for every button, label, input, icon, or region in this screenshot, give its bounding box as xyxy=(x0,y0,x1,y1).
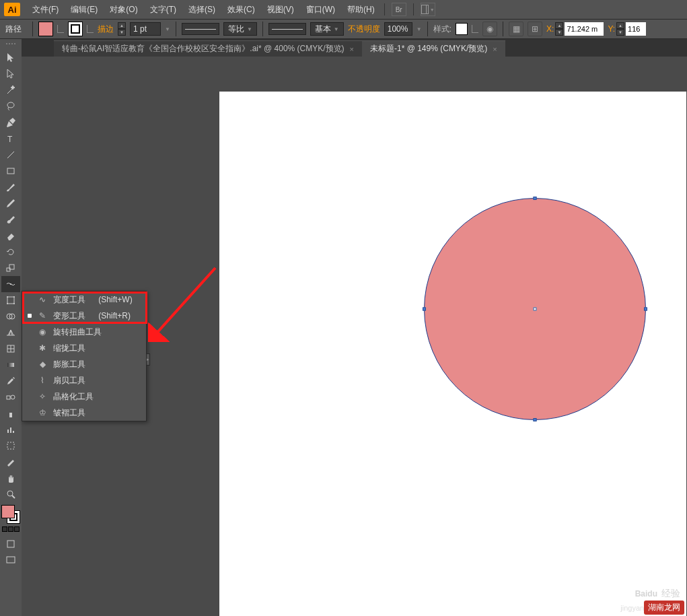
align-button[interactable]: ▦ xyxy=(509,22,523,36)
pen-tool[interactable] xyxy=(1,114,20,131)
width-tool[interactable] xyxy=(1,276,20,292)
fill-stroke-swatches[interactable] xyxy=(1,505,20,524)
type-tool[interactable]: T xyxy=(1,131,20,147)
opacity-input[interactable]: 100% xyxy=(384,22,412,36)
eraser-tool[interactable] xyxy=(1,228,20,244)
flyout-item-crystallize[interactable]: ✧晶格化工具 xyxy=(22,388,146,405)
profile-select[interactable]: 等比▼ xyxy=(223,22,257,36)
close-icon[interactable]: × xyxy=(493,45,497,53)
menu-window[interactable]: 窗口(W) xyxy=(301,1,340,18)
eyedropper-tool[interactable] xyxy=(1,373,20,389)
menu-object[interactable]: 对象(O) xyxy=(104,1,143,18)
symbol-sprayer-tool[interactable] xyxy=(1,405,20,421)
fill-color-swatch[interactable] xyxy=(38,22,53,36)
selected-ellipse[interactable] xyxy=(424,198,646,420)
gradient-tool[interactable] xyxy=(1,357,20,373)
mesh-tool[interactable] xyxy=(1,341,20,357)
color-mode-gradient[interactable] xyxy=(8,526,13,532)
wrinkle-icon: ♔ xyxy=(37,408,48,417)
screen-mode-button[interactable] xyxy=(1,552,20,568)
flyout-item-wrinkle[interactable]: ♔皱褶工具 xyxy=(22,405,146,421)
menu-type[interactable]: 文字(T) xyxy=(145,1,182,18)
flyout-item-bloat[interactable]: ◆膨胀工具 xyxy=(22,356,146,372)
style-dropdown-icon[interactable] xyxy=(472,25,478,33)
flyout-item-twirl[interactable]: ◉旋转扭曲工具 xyxy=(22,324,146,340)
menubar: Ai 文件(F) 编辑(E) 对象(O) 文字(T) 选择(S) 效果(C) 视… xyxy=(0,0,687,19)
hand-tool[interactable] xyxy=(1,470,20,486)
svg-point-8 xyxy=(7,296,8,298)
color-mode-none[interactable] xyxy=(14,526,20,532)
shape-builder-tool[interactable] xyxy=(1,308,20,324)
flyout-item-scallop[interactable]: ⌇扇贝工具 xyxy=(22,372,146,388)
perspective-grid-tool[interactable] xyxy=(1,324,20,341)
paintbrush-tool[interactable] xyxy=(1,179,20,195)
flyout-item-pucker[interactable]: ✱缩拢工具 xyxy=(22,340,146,356)
anchor-handle[interactable] xyxy=(534,418,537,421)
x-stepper[interactable]: ▲▼ xyxy=(555,22,563,36)
svg-point-11 xyxy=(13,303,15,304)
variable-width-profile[interactable] xyxy=(182,23,219,35)
menu-help[interactable]: 帮助(H) xyxy=(342,1,380,18)
brush-select[interactable]: 基本▼ xyxy=(310,22,344,36)
source-stamp: 湖南龙网 xyxy=(644,601,684,615)
menu-file[interactable]: 文件(F) xyxy=(27,1,64,18)
direct-selection-tool[interactable] xyxy=(1,66,20,82)
svg-rect-21 xyxy=(13,431,14,433)
lasso-tool[interactable] xyxy=(1,98,20,114)
color-mode-row xyxy=(2,526,20,532)
anchor-handle[interactable] xyxy=(423,308,426,311)
recolor-artwork-button[interactable]: ◉ xyxy=(482,22,497,36)
svg-rect-22 xyxy=(7,442,14,449)
zoom-tool[interactable] xyxy=(1,486,20,502)
graphic-style-swatch[interactable] xyxy=(456,23,468,35)
scale-tool[interactable] xyxy=(1,260,20,276)
blend-tool[interactable] xyxy=(1,389,20,405)
column-graph-tool[interactable] xyxy=(1,421,20,438)
style-label: 样式: xyxy=(433,24,451,35)
free-transform-tool[interactable] xyxy=(1,292,20,308)
selected-indicator xyxy=(28,314,32,318)
document-tab[interactable]: 转曲-松鼠AI智适应教育《全国合作校校区安全指南》.ai* @ 400% (CM… xyxy=(54,40,362,57)
fill-swatch[interactable] xyxy=(1,505,15,518)
stroke-color-swatch[interactable] xyxy=(68,22,83,36)
menu-select[interactable]: 选择(S) xyxy=(183,1,221,18)
blob-brush-tool[interactable] xyxy=(1,211,20,228)
brush-preview[interactable] xyxy=(268,23,306,35)
draw-mode-button[interactable] xyxy=(1,536,20,552)
rotate-tool[interactable] xyxy=(1,244,20,260)
stroke-dropdown-icon[interactable] xyxy=(87,25,94,33)
stroke-weight-stepper[interactable]: ▲▼ xyxy=(118,22,126,36)
flyout-item-width[interactable]: ∿宽度工具 (Shift+W) xyxy=(22,292,146,308)
opacity-label[interactable]: 不透明度 xyxy=(348,24,380,35)
magic-wand-tool[interactable] xyxy=(1,82,20,98)
transform-button[interactable]: ⊞ xyxy=(528,22,542,36)
menu-view[interactable]: 视图(V) xyxy=(262,1,299,18)
line-segment-tool[interactable] xyxy=(1,147,20,163)
color-mode-fill[interactable] xyxy=(2,526,7,532)
fill-dropdown-icon[interactable] xyxy=(57,25,64,33)
x-input[interactable]: 71.242 m xyxy=(565,22,604,36)
bridge-button[interactable]: Br xyxy=(392,3,406,16)
tearoff-handle[interactable]: ▸ xyxy=(147,353,150,366)
selection-tool[interactable] xyxy=(1,50,20,66)
menu-edit[interactable]: 编辑(E) xyxy=(65,1,103,18)
artboard-tool[interactable] xyxy=(1,438,20,454)
menu-effect[interactable]: 效果(C) xyxy=(222,1,260,18)
anchor-handle[interactable] xyxy=(644,308,647,311)
svg-line-24 xyxy=(12,495,15,498)
y-input[interactable]: 116 xyxy=(626,22,646,36)
rectangle-tool[interactable] xyxy=(1,163,20,179)
y-stepper[interactable]: ▲▼ xyxy=(616,22,624,36)
slice-tool[interactable] xyxy=(1,454,20,470)
stroke-weight-input[interactable]: 1 pt xyxy=(130,22,161,36)
close-icon[interactable]: × xyxy=(350,45,354,53)
panel-grip[interactable] xyxy=(3,43,19,47)
document-tab[interactable]: 未标题-1* @ 149% (CMYK/预览)× xyxy=(362,40,505,57)
svg-point-6 xyxy=(10,283,11,285)
center-handle[interactable] xyxy=(534,308,537,311)
flyout-item-warp[interactable]: ✎变形工具 (Shift+R) xyxy=(22,308,146,324)
anchor-handle[interactable] xyxy=(534,197,537,200)
pencil-tool[interactable] xyxy=(1,195,20,211)
arrange-documents-button[interactable]: ▼ xyxy=(421,3,435,16)
stroke-label[interactable]: 描边 xyxy=(98,24,114,35)
